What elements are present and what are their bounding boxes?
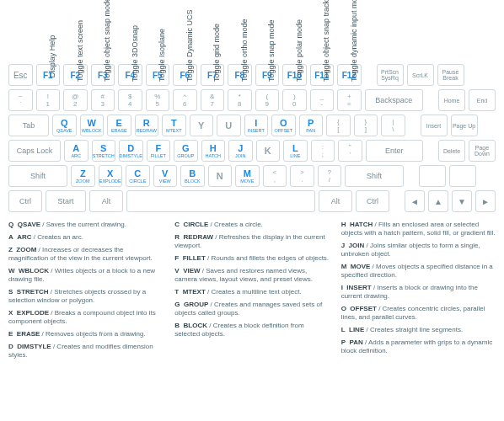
enter-key[interactable]: Enter — [366, 140, 424, 162]
blank-side — [449, 165, 476, 187]
key-v[interactable]: VVIEW — [153, 165, 178, 187]
key-0[interactable]: )0 — [282, 89, 307, 111]
key-`[interactable]: ~` — [8, 89, 33, 111]
key-][interactable]: }] — [354, 115, 378, 136]
key-c[interactable]: CCIRCLE — [126, 165, 150, 187]
key-z[interactable]: ZZOOM — [71, 165, 95, 187]
key-o[interactable]: OOFFSET — [271, 115, 296, 136]
fn-label-8: Toggle ortho mode — [231, 8, 259, 61]
legend-item-t: T MTEXT / Creates a multiline text objec… — [174, 288, 329, 296]
legend-item-h: H HATCH / Fills an enclosed area or sele… — [341, 221, 496, 237]
gap — [426, 140, 435, 162]
fn-label-5: Toggle Isoplane — [148, 8, 176, 61]
key-b[interactable]: BBLOCK — [180, 165, 205, 187]
ctrl-left-key[interactable]: Ctrl — [8, 190, 42, 212]
tab-key[interactable]: Tab — [8, 115, 49, 136]
key-f[interactable]: FFILLET — [147, 140, 171, 162]
key-y[interactable]: Y — [190, 115, 214, 136]
prtscn-key[interactable]: PrtScn SysRq — [377, 64, 404, 86]
legend-item-d: D DIMSTYLE / Creates and modifies dimens… — [8, 343, 163, 360]
up-arrow-key[interactable]: ▲ — [428, 190, 448, 212]
fn-label-9: Toggle snap mode — [258, 8, 286, 61]
key-t[interactable]: TMTEXT — [162, 115, 186, 136]
key-a[interactable]: AARC — [64, 140, 88, 162]
key-6[interactable]: ^6 — [173, 89, 197, 111]
key-=[interactable]: += — [337, 89, 362, 111]
legend-item-s: S STRETCH / Stretches objects crossed by… — [8, 288, 163, 305]
key-8[interactable]: *8 — [228, 89, 252, 111]
key-r[interactable]: RREDRAW — [135, 115, 159, 136]
legend-item-q: Q QSAVE / Saves the current drawing. — [8, 221, 163, 229]
key-w[interactable]: WWBLOCK — [80, 115, 105, 136]
end-key[interactable]: End — [469, 89, 496, 111]
key-q[interactable]: QQSAVE — [52, 115, 77, 136]
key-[[interactable]: {[ — [326, 115, 351, 136]
legend-col-3: H HATCH / Fills an enclosed area or sele… — [341, 221, 496, 360]
delete-key[interactable]: Delete — [438, 140, 465, 162]
legend-item-z: Z ZOOM / Increases or decreases the magn… — [8, 246, 163, 263]
legend-item-w: W WBLOCK / Writes objects or a block to … — [8, 267, 163, 284]
legend-item-m: M MOVE / Moves objects a specified dista… — [341, 263, 496, 280]
start-key[interactable]: Start — [46, 190, 86, 212]
key-\[interactable]: |\ — [381, 115, 405, 136]
page-down-key[interactable]: Page Down — [469, 140, 496, 162]
gap — [409, 115, 417, 136]
key-5[interactable]: %5 — [146, 89, 170, 111]
legend-item-o: O OFFSET / Creates concentric circles, p… — [341, 305, 496, 322]
right-arrow-key[interactable]: ► — [475, 190, 496, 212]
key-9[interactable]: (9 — [255, 89, 280, 111]
key-l[interactable]: LLINE — [283, 140, 308, 162]
legend-item-c: C CIRCLE / Creates a circle. — [174, 221, 329, 229]
key-'[interactable]: "' — [338, 140, 362, 162]
key-p[interactable]: PPAN — [299, 115, 324, 136]
key-d[interactable]: DDIMSTYLE — [119, 140, 143, 162]
key-,[interactable]: <, — [263, 165, 287, 187]
legend-item-j: J JOIN / Joins similar objects to form a… — [341, 242, 496, 258]
legend-item-f: F FILLET / Rounds and fillets the edges … — [174, 254, 329, 263]
legend-item-v: V VIEW / Saves and restores named views,… — [174, 267, 329, 284]
key-h[interactable]: HHATCH — [201, 140, 226, 162]
key-n[interactable]: N — [208, 165, 233, 187]
key-s[interactable]: SSTRETCH — [92, 140, 116, 162]
key-g[interactable]: GGROUP — [174, 140, 198, 162]
left-arrow-key[interactable]: ◄ — [405, 190, 425, 212]
alt-right-key[interactable]: Alt — [319, 190, 352, 212]
shift-left-key[interactable]: Shift — [8, 165, 67, 187]
shift-right-key[interactable]: Shift — [345, 165, 404, 187]
legend-item-l: L LINE / Creates straight line segments. — [341, 326, 496, 334]
key-.[interactable]: >. — [290, 165, 314, 187]
key-1[interactable]: !1 — [36, 89, 61, 111]
down-arrow-key[interactable]: ▼ — [452, 190, 472, 212]
ctrl-right-key[interactable]: Ctrl — [356, 190, 389, 212]
key-7[interactable]: &7 — [201, 89, 225, 111]
key-j[interactable]: JJOIN — [228, 140, 253, 162]
insert-key[interactable]: Insert — [421, 115, 448, 136]
key-u[interactable]: U — [217, 115, 241, 136]
key-k[interactable]: K — [256, 140, 281, 162]
key-e[interactable]: EERASE — [107, 115, 131, 136]
key-/[interactable]: ?/ — [318, 165, 342, 187]
key-4[interactable]: $4 — [118, 89, 142, 111]
pause-key[interactable]: Pause Break — [437, 64, 464, 86]
key--[interactable]: _- — [310, 89, 335, 111]
capslock-key[interactable]: Caps Lock — [8, 140, 61, 162]
escape-key[interactable]: Esc — [8, 64, 33, 86]
legend: Q QSAVE / Saves the current drawing.A AR… — [8, 221, 496, 360]
space-key[interactable] — [126, 190, 315, 212]
key-i[interactable]: IINSERT — [244, 115, 269, 136]
key-3[interactable]: #3 — [91, 89, 115, 111]
legend-col-1: Q QSAVE / Saves the current drawing.A AR… — [8, 221, 163, 360]
gap — [407, 165, 416, 187]
page-up-key[interactable]: Page Up — [451, 115, 478, 136]
key-;[interactable]: :; — [311, 140, 335, 162]
legend-item-g: G GROUP / Creates and manages saved sets… — [174, 301, 329, 317]
fn-label-4: Toggle 3DOsnap — [121, 8, 149, 61]
scrlk-key[interactable]: ScrLK — [407, 64, 434, 86]
key-m[interactable]: MMOVE — [235, 165, 260, 187]
key-x[interactable]: XEXPLODE — [99, 165, 123, 187]
key-2[interactable]: @2 — [63, 89, 88, 111]
alt-left-key[interactable]: Alt — [89, 190, 123, 212]
legend-item-b: B BLOCK / Creates a block definition fro… — [174, 322, 329, 338]
backspace-key[interactable]: Backspace — [365, 89, 424, 111]
home-key[interactable]: Home — [438, 89, 465, 111]
